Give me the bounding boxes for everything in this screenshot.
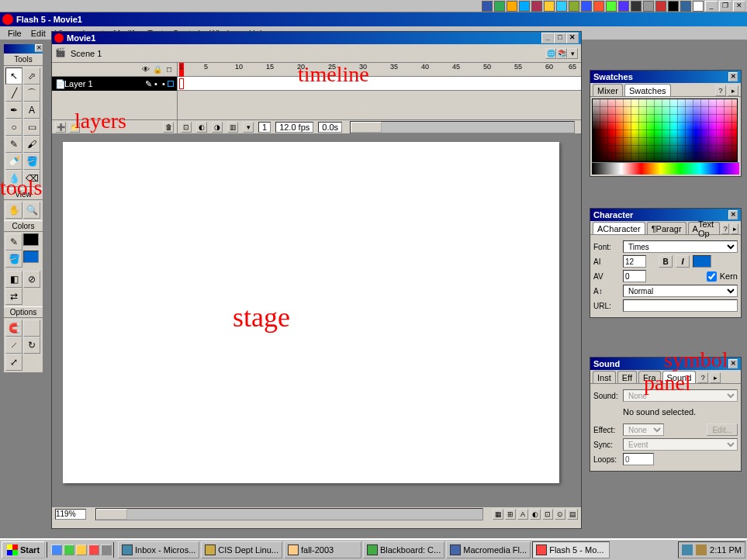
scene-name[interactable]: Scene 1 xyxy=(71,49,102,58)
line-tool[interactable]: ╱ xyxy=(5,85,22,102)
tray-icon[interactable] xyxy=(544,1,555,12)
restore-button[interactable]: ❐ xyxy=(719,1,731,12)
pen-tool[interactable]: ✒ xyxy=(5,102,22,119)
outline-box[interactable] xyxy=(168,81,174,87)
tray-icon[interactable] xyxy=(494,1,505,12)
clock[interactable]: 2:11 PM xyxy=(710,545,742,555)
fill-swatch[interactable] xyxy=(23,251,39,263)
horizontal-scrollbar[interactable] xyxy=(95,508,483,520)
center-frame-button[interactable]: ⊡ xyxy=(181,122,192,133)
quick-launch-icon[interactable] xyxy=(51,544,62,555)
character-tab[interactable]: A Character xyxy=(593,222,645,234)
footer-icon[interactable]: ⊡ xyxy=(542,509,553,520)
swatches-tab[interactable]: Swatches xyxy=(624,84,671,96)
tray-icon[interactable] xyxy=(606,1,617,12)
layer-row[interactable]: 📄 Layer 1 ✎ • • xyxy=(52,77,177,91)
edit-symbols-button[interactable]: 📚 xyxy=(556,48,567,59)
tray-icon[interactable] xyxy=(668,1,679,12)
close-button[interactable]: ✕ xyxy=(733,1,745,12)
edit-button[interactable]: Edit... xyxy=(707,423,738,436)
text-tool[interactable]: A xyxy=(23,102,40,119)
tray-icon[interactable] xyxy=(631,1,642,12)
bold-button[interactable]: B xyxy=(659,255,673,268)
swap-colors[interactable]: ⇄ xyxy=(5,288,22,305)
keyframe[interactable] xyxy=(179,78,184,89)
kern-checkbox[interactable] xyxy=(707,271,717,282)
tray-icon[interactable] xyxy=(556,1,567,12)
brush-tool[interactable]: 🖌 xyxy=(23,136,40,153)
font-select[interactable]: Times xyxy=(623,240,738,253)
quick-launch-icon[interactable] xyxy=(64,544,74,555)
tray-icon[interactable] xyxy=(531,1,542,12)
stage-canvas[interactable] xyxy=(63,142,559,483)
stroke-swatch[interactable] xyxy=(23,233,39,246)
doc-maximize-button[interactable]: □ xyxy=(554,33,566,43)
stage-area[interactable] xyxy=(52,134,581,506)
help-icon[interactable]: ? xyxy=(697,372,708,383)
doc-close-button[interactable]: ✕ xyxy=(566,33,579,43)
tracking-input[interactable] xyxy=(623,270,646,282)
help-icon[interactable]: ? xyxy=(715,85,726,96)
zoom-tool[interactable]: 🔍 xyxy=(23,202,40,219)
tray-icon[interactable] xyxy=(655,1,666,12)
tray-icon[interactable] xyxy=(519,1,530,12)
stroke-color[interactable]: ✎ xyxy=(5,233,22,251)
close-icon[interactable]: ✕ xyxy=(728,72,738,81)
url-input[interactable] xyxy=(623,299,738,312)
paintbucket-tool[interactable]: 🪣 xyxy=(23,153,40,170)
add-guide-button[interactable]: 📁 xyxy=(69,122,80,133)
tray-icon[interactable] xyxy=(682,544,693,555)
tray-icon[interactable] xyxy=(693,1,704,12)
italic-button[interactable]: I xyxy=(676,255,690,268)
dropper-tool[interactable]: 💧 xyxy=(5,170,22,187)
visibility-icon[interactable]: 👁 xyxy=(141,65,150,74)
edit-scene-button[interactable]: 🌐 xyxy=(545,48,556,59)
inkbottle-tool[interactable]: 🍼 xyxy=(5,153,22,170)
doc-minimize-button[interactable]: _ xyxy=(541,33,554,43)
gradient-swatches[interactable] xyxy=(592,162,739,175)
lock-dot[interactable]: • xyxy=(160,79,168,88)
lasso-tool[interactable]: ⌒ xyxy=(23,85,40,102)
snap-option[interactable]: 🧲 xyxy=(5,320,22,337)
no-color[interactable]: ⊘ xyxy=(23,271,40,288)
lock-icon[interactable]: 🔒 xyxy=(153,65,162,74)
start-button[interactable]: Start xyxy=(2,541,45,558)
menu-file[interactable]: File xyxy=(3,27,26,40)
scale-option[interactable]: ⤢ xyxy=(5,354,22,371)
size-input[interactable] xyxy=(623,255,646,268)
frame-tab[interactable]: Fra xyxy=(638,371,661,383)
tray-icon[interactable] xyxy=(593,1,604,12)
frame-track[interactable] xyxy=(178,77,581,91)
straighten-option[interactable]: ⟋ xyxy=(5,337,22,354)
timeline-scrollbar[interactable] xyxy=(350,121,575,133)
taskbar-item[interactable]: CIS Dept Linu... xyxy=(201,541,282,558)
quick-launch-icon[interactable] xyxy=(88,544,99,555)
zoom-input[interactable] xyxy=(55,509,86,520)
tray-icon[interactable] xyxy=(696,544,707,555)
tray-icon[interactable] xyxy=(680,1,691,12)
loops-input[interactable] xyxy=(623,453,654,465)
paragraph-tab[interactable]: ¶ Paragr xyxy=(647,222,686,234)
tray-icon[interactable] xyxy=(482,1,493,12)
sound-tab[interactable]: Sound xyxy=(662,371,697,383)
instance-tab[interactable]: Inst xyxy=(593,371,616,383)
taskbar-item-active[interactable]: Flash 5 - Mo... xyxy=(532,541,610,558)
position-select[interactable]: Normal xyxy=(623,285,738,297)
oval-tool[interactable]: ○ xyxy=(5,119,22,136)
arrow-tool[interactable]: ↖ xyxy=(5,67,22,85)
tray-icon[interactable] xyxy=(569,1,579,12)
tray-icon[interactable] xyxy=(618,1,629,12)
footer-icon[interactable]: ◐ xyxy=(530,509,541,520)
tray-icon[interactable] xyxy=(581,1,592,12)
footer-icon[interactable]: ▦ xyxy=(493,509,503,520)
default-colors[interactable]: ◧ xyxy=(5,271,22,288)
quick-launch-icon[interactable] xyxy=(101,544,112,555)
delete-layer-button[interactable]: 🗑 xyxy=(163,122,174,133)
hand-tool[interactable]: ✋ xyxy=(5,202,22,219)
sync-select[interactable]: Event xyxy=(623,438,738,451)
taskbar-item[interactable]: Macromedia Fl... xyxy=(446,541,531,558)
textoptions-tab[interactable]: A Text Op xyxy=(688,222,721,234)
onion-skin-button[interactable]: ◐ xyxy=(196,122,207,133)
panel-menu-icon[interactable]: ▸ xyxy=(728,85,738,96)
footer-icon[interactable]: A xyxy=(517,509,528,520)
